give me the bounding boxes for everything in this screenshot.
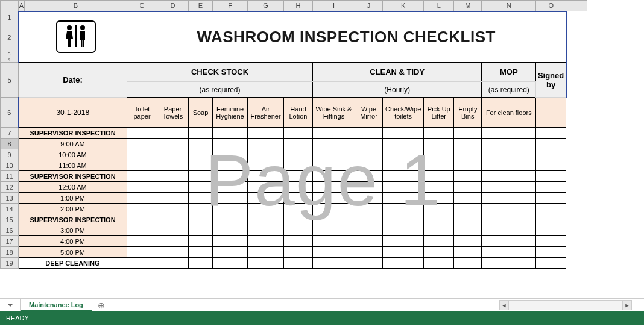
checklist-cell[interactable]: [454, 225, 482, 236]
checklist-cell[interactable]: [424, 182, 454, 193]
checklist-cell[interactable]: [157, 258, 189, 269]
checklist-cell[interactable]: [157, 236, 189, 247]
checklist-cell[interactable]: [355, 225, 383, 236]
checklist-cell[interactable]: [189, 258, 213, 269]
checklist-cell[interactable]: [189, 193, 213, 204]
row-header[interactable]: 13: [1, 193, 19, 204]
checklist-cell[interactable]: [355, 236, 383, 247]
col-header[interactable]: E: [189, 1, 213, 11]
checklist-cell[interactable]: [424, 204, 454, 214]
checklist-cell[interactable]: [424, 160, 454, 171]
row-header[interactable]: 34: [1, 51, 19, 63]
checklist-cell[interactable]: [313, 247, 355, 258]
checklist-cell[interactable]: [536, 160, 566, 171]
checklist-cell[interactable]: [313, 128, 355, 139]
row-header[interactable]: 18: [1, 247, 19, 258]
checklist-cell[interactable]: [383, 258, 424, 269]
checklist-cell[interactable]: [454, 247, 482, 258]
col-header[interactable]: N: [482, 1, 536, 11]
row-header[interactable]: 19: [1, 258, 19, 269]
checklist-cell[interactable]: [213, 204, 248, 214]
row-header[interactable]: 8: [1, 139, 19, 149]
checklist-cell[interactable]: [536, 204, 566, 214]
checklist-cell[interactable]: [454, 204, 482, 214]
col-header[interactable]: [566, 1, 587, 11]
col-header[interactable]: L: [424, 1, 454, 11]
checklist-cell[interactable]: [284, 258, 313, 269]
checklist-cell[interactable]: [189, 247, 213, 258]
checklist-cell[interactable]: [157, 193, 189, 204]
col-header[interactable]: H: [284, 1, 313, 11]
spreadsheet-workspace[interactable]: Page 1 A B C D E: [0, 0, 644, 298]
checklist-cell[interactable]: [355, 247, 383, 258]
checklist-cell[interactable]: [189, 225, 213, 236]
checklist-cell[interactable]: [248, 225, 284, 236]
checklist-cell[interactable]: [313, 193, 355, 204]
col-header[interactable]: J: [355, 1, 383, 11]
row-header[interactable]: 15: [1, 214, 19, 225]
select-all-cell[interactable]: [1, 1, 19, 11]
checklist-cell[interactable]: [284, 214, 313, 225]
checklist-cell[interactable]: [189, 214, 213, 225]
checklist-cell[interactable]: [454, 149, 482, 160]
checklist-cell[interactable]: [284, 182, 313, 193]
checklist-cell[interactable]: [355, 193, 383, 204]
checklist-cell[interactable]: [189, 182, 213, 193]
checklist-cell[interactable]: [213, 193, 248, 204]
checklist-cell[interactable]: [383, 225, 424, 236]
checklist-cell[interactable]: [313, 171, 355, 182]
checklist-cell[interactable]: [213, 171, 248, 182]
checklist-cell[interactable]: [424, 139, 454, 149]
checklist-cell[interactable]: [424, 128, 454, 139]
checklist-cell[interactable]: [313, 258, 355, 269]
checklist-cell[interactable]: [383, 214, 424, 225]
checklist-cell[interactable]: [313, 214, 355, 225]
checklist-cell[interactable]: [482, 236, 536, 247]
checklist-cell[interactable]: [127, 171, 157, 182]
checklist-cell[interactable]: [482, 182, 536, 193]
spreadsheet-grid[interactable]: A B C D E F G H I J K L M N O 1: [0, 0, 587, 269]
checklist-cell[interactable]: [284, 225, 313, 236]
col-header[interactable]: C: [127, 1, 157, 11]
checklist-cell[interactable]: [284, 139, 313, 149]
checklist-cell[interactable]: [454, 236, 482, 247]
checklist-cell[interactable]: [424, 225, 454, 236]
checklist-cell[interactable]: [424, 193, 454, 204]
checklist-cell[interactable]: [213, 236, 248, 247]
checklist-cell[interactable]: [536, 128, 566, 139]
checklist-cell[interactable]: [157, 171, 189, 182]
checklist-cell[interactable]: [157, 182, 189, 193]
row-header[interactable]: 9: [1, 149, 19, 160]
checklist-cell[interactable]: [127, 160, 157, 171]
checklist-cell[interactable]: [213, 139, 248, 149]
row-header[interactable]: 11: [1, 171, 19, 182]
checklist-cell[interactable]: [424, 247, 454, 258]
row-header[interactable]: 5: [1, 63, 19, 98]
checklist-cell[interactable]: [424, 258, 454, 269]
checklist-cell[interactable]: [536, 247, 566, 258]
checklist-cell[interactable]: [454, 214, 482, 225]
checklist-cell[interactable]: [355, 160, 383, 171]
checklist-cell[interactable]: [284, 149, 313, 160]
checklist-cell[interactable]: [157, 139, 189, 149]
checklist-cell[interactable]: [127, 247, 157, 258]
checklist-cell[interactable]: [213, 247, 248, 258]
checklist-cell[interactable]: [157, 214, 189, 225]
row-header[interactable]: 12: [1, 182, 19, 193]
date-value[interactable]: 30-1-2018: [19, 98, 127, 128]
checklist-cell[interactable]: [482, 149, 536, 160]
checklist-cell[interactable]: [213, 258, 248, 269]
row-header[interactable]: 14: [1, 204, 19, 214]
checklist-cell[interactable]: [482, 139, 536, 149]
checklist-cell[interactable]: [536, 214, 566, 225]
checklist-cell[interactable]: [383, 171, 424, 182]
checklist-cell[interactable]: [482, 225, 536, 236]
checklist-cell[interactable]: [383, 128, 424, 139]
col-header[interactable]: A: [19, 1, 25, 11]
checklist-cell[interactable]: [248, 214, 284, 225]
checklist-cell[interactable]: [424, 236, 454, 247]
checklist-cell[interactable]: [536, 225, 566, 236]
row-header[interactable]: 6: [1, 98, 19, 128]
checklist-cell[interactable]: [536, 171, 566, 182]
row-header[interactable]: 7: [1, 128, 19, 139]
